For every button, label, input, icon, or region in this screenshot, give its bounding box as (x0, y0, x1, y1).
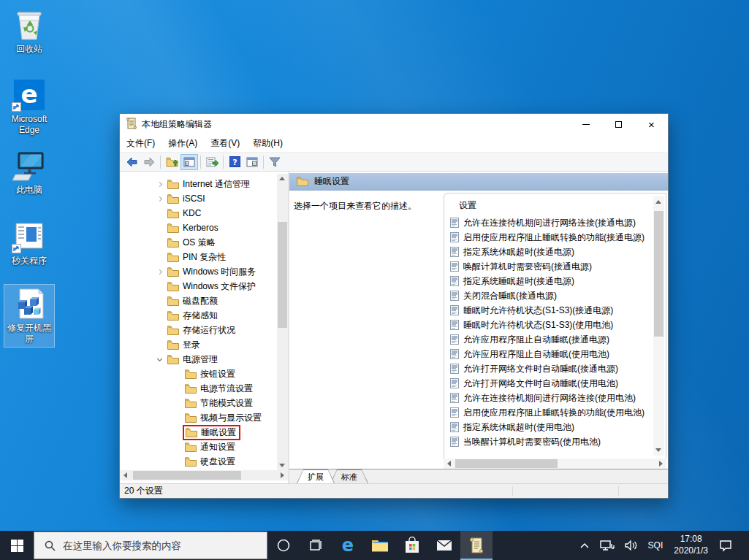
tree-item[interactable]: OS 策略 (120, 235, 277, 250)
tree-item[interactable]: Internet 通信管理 (120, 177, 277, 191)
tree-vertical-scrollbar[interactable] (277, 174, 288, 470)
tree-item[interactable]: KDC (120, 206, 277, 220)
setting-item[interactable]: 允许在连接待机期间进行网络连接(接通电源) (450, 215, 653, 230)
export-list-icon[interactable] (203, 154, 221, 170)
setting-item[interactable]: 启用使应用程序阻止睡眠转换的功能(使用电池) (450, 405, 653, 420)
volume-icon[interactable] (620, 531, 643, 560)
tree-item[interactable]: 睡眠设置 (120, 425, 277, 440)
tree-item-label: 磁盘配额 (183, 295, 218, 307)
shortcut-arrow-icon (12, 244, 21, 253)
chevron-collapsed-icon[interactable] (153, 197, 165, 201)
action-center-icon[interactable] (714, 531, 737, 560)
red-annotation-box: 睡眠设置 (183, 425, 240, 440)
tab-extended[interactable]: 扩展 (297, 469, 335, 483)
tree-item-label: 睡眠设置 (201, 426, 236, 439)
setting-item[interactable]: 允许应用程序阻止自动睡眠(使用电池) (450, 347, 653, 361)
tree-item[interactable]: 存储运行状况 (120, 323, 277, 337)
search-input[interactable] (63, 540, 246, 551)
system-tray: SQI 17:08 2020/1/3 (574, 531, 749, 560)
ime-indicator[interactable]: SQI (643, 531, 669, 560)
back-icon[interactable] (123, 154, 140, 170)
mail-icon[interactable] (428, 531, 460, 560)
setting-item[interactable]: 允许打开网络文件时自动睡眠(接通电源) (450, 361, 653, 376)
desktop-icon-recycle-bin[interactable]: 回收站 (4, 6, 54, 57)
setting-item[interactable]: 睡眠时允许待机状态(S1-S3)(接通电源) (450, 303, 653, 318)
edge-taskbar-icon[interactable]: e (332, 531, 364, 560)
tray-date: 2020/1/3 (674, 545, 708, 557)
start-button[interactable] (0, 531, 34, 560)
minimize-button[interactable] (569, 114, 602, 134)
setting-item[interactable]: 指定系统休眠超时(使用电池) (450, 420, 653, 434)
toolbar: ? (120, 153, 668, 172)
tray-clock[interactable]: 17:08 2020/1/3 (668, 534, 714, 556)
cortana-button[interactable] (267, 531, 300, 560)
folder-icon (185, 399, 197, 408)
help-icon[interactable]: ? (226, 154, 243, 170)
tree-item[interactable]: 电源管理 (120, 352, 277, 367)
tree-horizontal-scrollbar[interactable] (120, 470, 288, 480)
tree-item[interactable]: 登录 (120, 337, 277, 352)
setting-item[interactable]: 睡眠时允许待机状态(S1-S3)(使用电池) (450, 318, 653, 332)
selection-description: 选择一个项目来查看它的描述。 (294, 200, 437, 212)
tree-item[interactable]: PIN 复杂性 (120, 250, 277, 264)
tree-item[interactable]: Windows 时间服务 (120, 264, 277, 279)
policy-setting-icon (450, 378, 459, 388)
setting-item[interactable]: 允许打开网络文件时自动睡眠(使用电池) (450, 376, 653, 391)
setting-item[interactable]: 允许在连接待机期间进行网络连接(使用电池) (450, 391, 653, 405)
up-level-icon[interactable] (163, 154, 180, 170)
tree-item-label: 按钮设置 (200, 368, 235, 380)
close-button[interactable]: × (635, 114, 668, 134)
column-header-settings[interactable]: 设置 (459, 199, 476, 212)
menu-action[interactable]: 操作(A) (161, 134, 204, 153)
filter-icon[interactable] (266, 154, 284, 170)
folder-icon (167, 282, 179, 291)
console-tree-icon[interactable] (180, 154, 198, 170)
list-vertical-scrollbar[interactable] (653, 196, 664, 456)
tree-item[interactable]: 磁盘配额 (120, 294, 277, 308)
tree-item[interactable]: 存储感知 (120, 308, 277, 323)
setting-item[interactable]: 启用使应用程序阻止睡眠转换的功能(接通电源) (450, 230, 653, 245)
setting-item[interactable]: 允许应用程序阻止自动睡眠(接通电源) (450, 332, 653, 347)
chevron-collapsed-icon[interactable] (153, 183, 165, 186)
setting-item-label: 指定系统睡眠超时(接通电源) (463, 275, 574, 288)
setting-item[interactable]: 当唤醒计算机时需要密码(使用电池) (450, 434, 653, 449)
tab-standard[interactable]: 标准 (330, 469, 368, 483)
tree-item[interactable]: iSCSI (120, 191, 277, 206)
tree-item[interactable]: 按钮设置 (120, 367, 277, 381)
setting-item[interactable]: 唤醒计算机时需要密码(接通电源) (450, 259, 653, 274)
tree-item[interactable]: 通知设置 (120, 440, 277, 454)
task-view-button[interactable] (300, 531, 332, 560)
desktop-icon-edge[interactable]: e Microsoft Edge (4, 76, 54, 138)
maximize-button[interactable] (602, 114, 635, 134)
tree-item[interactable]: 电源节流设置 (120, 381, 277, 396)
tree-item[interactable]: 节能模式设置 (120, 396, 277, 410)
chevron-expanded-icon[interactable] (153, 358, 165, 361)
desktop-icon-program[interactable]: 秒关程序 (4, 218, 54, 269)
setting-item[interactable]: 指定系统休眠超时(接通电源) (450, 245, 653, 259)
menu-file[interactable]: 文件(F) (120, 134, 161, 153)
forward-icon[interactable] (140, 154, 158, 170)
title-bar[interactable]: 本地组策略编辑器 × (120, 114, 668, 134)
file-explorer-icon[interactable] (364, 531, 396, 560)
desktop-icon-this-pc[interactable]: 此电脑 (4, 147, 54, 198)
tree-item[interactable]: Windows 文件保护 (120, 279, 277, 294)
taskbar-search[interactable] (34, 532, 267, 559)
list-horizontal-scrollbar[interactable] (444, 459, 666, 469)
tree-item[interactable]: Kerberos (120, 220, 277, 235)
chevron-collapsed-icon[interactable] (153, 270, 165, 274)
menu-help[interactable]: 帮助(H) (246, 134, 289, 153)
store-icon[interactable] (396, 531, 428, 560)
tree-item[interactable]: 视频与显示设置 (120, 410, 277, 425)
tray-chevron-up-icon[interactable] (574, 531, 595, 560)
menu-view[interactable]: 查看(V) (204, 134, 246, 153)
action-pane-icon[interactable] (243, 154, 261, 170)
setting-item[interactable]: 关闭混合睡眠(接通电源) (450, 288, 653, 303)
desktop-icon-label: Microsoft Edge (4, 114, 54, 136)
tree-item-label: 电源管理 (183, 353, 218, 366)
network-icon[interactable] (595, 531, 620, 560)
policy-setting-icon (450, 232, 459, 242)
setting-item[interactable]: 指定系统睡眠超时(接通电源) (450, 274, 653, 288)
desktop-icon-fix-black-screen[interactable]: 修复开机黑屏 (4, 285, 54, 347)
gpedit-taskbar-icon[interactable] (460, 531, 493, 560)
tree-item[interactable]: 硬盘设置 (120, 454, 277, 469)
